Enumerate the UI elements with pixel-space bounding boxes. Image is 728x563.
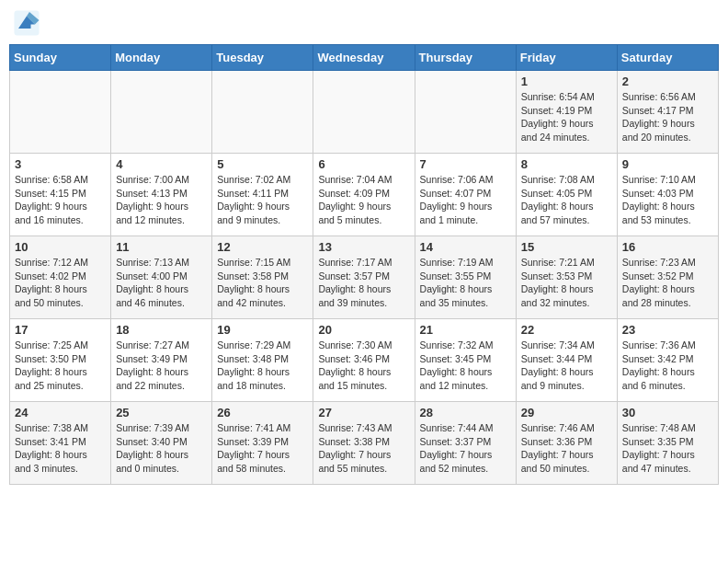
day-number: 16 bbox=[622, 240, 713, 254]
day-number: 1 bbox=[521, 75, 612, 88]
day-number: 19 bbox=[217, 323, 308, 337]
day-cell: 1Sunrise: 6:54 AM Sunset: 4:19 PM Daylig… bbox=[516, 71, 617, 154]
day-number: 15 bbox=[521, 240, 612, 254]
day-cell: 24Sunrise: 7:38 AM Sunset: 3:41 PM Dayli… bbox=[10, 402, 111, 485]
day-info: Sunrise: 7:34 AM Sunset: 3:44 PM Dayligh… bbox=[521, 339, 612, 393]
week-row-1: 1Sunrise: 6:54 AM Sunset: 4:19 PM Daylig… bbox=[10, 71, 719, 154]
day-info: Sunrise: 7:38 AM Sunset: 3:41 PM Dayligh… bbox=[15, 421, 106, 476]
day-cell: 25Sunrise: 7:39 AM Sunset: 3:40 PM Dayli… bbox=[111, 402, 212, 485]
logo-icon bbox=[13, 9, 40, 37]
day-cell: 7Sunrise: 7:06 AM Sunset: 4:07 PM Daylig… bbox=[415, 154, 516, 236]
day-number: 26 bbox=[217, 406, 308, 419]
day-cell: 26Sunrise: 7:41 AM Sunset: 3:39 PM Dayli… bbox=[212, 402, 313, 485]
day-cell: 20Sunrise: 7:30 AM Sunset: 3:46 PM Dayli… bbox=[313, 319, 415, 402]
day-number: 7 bbox=[420, 157, 511, 171]
day-number: 5 bbox=[217, 157, 308, 171]
day-info: Sunrise: 6:56 AM Sunset: 4:17 PM Dayligh… bbox=[622, 90, 713, 144]
day-number: 13 bbox=[318, 240, 409, 254]
day-cell: 3Sunrise: 6:58 AM Sunset: 4:15 PM Daylig… bbox=[10, 154, 111, 236]
day-number: 14 bbox=[420, 240, 511, 254]
day-info: Sunrise: 7:30 AM Sunset: 3:46 PM Dayligh… bbox=[318, 339, 409, 393]
week-row-2: 3Sunrise: 6:58 AM Sunset: 4:15 PM Daylig… bbox=[10, 154, 719, 236]
calendar-table: SundayMondayTuesdayWednesdayThursdayFrid… bbox=[9, 44, 719, 485]
day-cell: 4Sunrise: 7:00 AM Sunset: 4:13 PM Daylig… bbox=[111, 154, 212, 236]
weekday-header-row: SundayMondayTuesdayWednesdayThursdayFrid… bbox=[10, 45, 719, 71]
weekday-header-friday: Friday bbox=[516, 45, 617, 71]
day-info: Sunrise: 7:17 AM Sunset: 3:57 PM Dayligh… bbox=[318, 256, 409, 310]
day-number: 8 bbox=[521, 157, 612, 171]
day-info: Sunrise: 7:21 AM Sunset: 3:53 PM Dayligh… bbox=[521, 256, 612, 310]
day-number: 2 bbox=[622, 75, 713, 88]
day-info: Sunrise: 7:39 AM Sunset: 3:40 PM Dayligh… bbox=[116, 421, 207, 476]
day-info: Sunrise: 7:43 AM Sunset: 3:38 PM Dayligh… bbox=[318, 421, 409, 476]
day-number: 22 bbox=[521, 323, 612, 337]
day-cell: 13Sunrise: 7:17 AM Sunset: 3:57 PM Dayli… bbox=[313, 236, 415, 319]
day-info: Sunrise: 7:13 AM Sunset: 4:00 PM Dayligh… bbox=[116, 256, 207, 310]
day-info: Sunrise: 7:06 AM Sunset: 4:07 PM Dayligh… bbox=[420, 173, 511, 227]
day-info: Sunrise: 7:23 AM Sunset: 3:52 PM Dayligh… bbox=[622, 256, 713, 310]
header bbox=[9, 9, 719, 37]
day-info: Sunrise: 7:27 AM Sunset: 3:49 PM Dayligh… bbox=[116, 339, 207, 393]
day-number: 27 bbox=[318, 406, 409, 419]
day-number: 11 bbox=[116, 240, 207, 254]
day-cell: 29Sunrise: 7:46 AM Sunset: 3:36 PM Dayli… bbox=[516, 402, 617, 485]
day-number: 9 bbox=[622, 157, 713, 171]
day-number: 17 bbox=[15, 323, 106, 337]
day-number: 24 bbox=[15, 406, 106, 419]
day-cell: 30Sunrise: 7:48 AM Sunset: 3:35 PM Dayli… bbox=[617, 402, 718, 485]
day-cell: 28Sunrise: 7:44 AM Sunset: 3:37 PM Dayli… bbox=[415, 402, 516, 485]
day-info: Sunrise: 7:46 AM Sunset: 3:36 PM Dayligh… bbox=[521, 421, 612, 476]
day-cell: 23Sunrise: 7:36 AM Sunset: 3:42 PM Dayli… bbox=[617, 319, 718, 402]
day-cell: 10Sunrise: 7:12 AM Sunset: 4:02 PM Dayli… bbox=[10, 236, 111, 319]
day-number: 3 bbox=[15, 157, 106, 171]
day-cell: 15Sunrise: 7:21 AM Sunset: 3:53 PM Dayli… bbox=[516, 236, 617, 319]
day-cell bbox=[111, 71, 212, 154]
logo bbox=[13, 9, 46, 37]
day-info: Sunrise: 7:25 AM Sunset: 3:50 PM Dayligh… bbox=[15, 339, 106, 393]
weekday-header-tuesday: Tuesday bbox=[212, 45, 313, 71]
day-cell: 21Sunrise: 7:32 AM Sunset: 3:45 PM Dayli… bbox=[415, 319, 516, 402]
weekday-header-saturday: Saturday bbox=[617, 45, 718, 71]
day-cell: 18Sunrise: 7:27 AM Sunset: 3:49 PM Dayli… bbox=[111, 319, 212, 402]
day-number: 28 bbox=[420, 406, 511, 419]
day-cell bbox=[415, 71, 516, 154]
day-cell bbox=[313, 71, 415, 154]
week-row-3: 10Sunrise: 7:12 AM Sunset: 4:02 PM Dayli… bbox=[10, 236, 719, 319]
day-number: 21 bbox=[420, 323, 511, 337]
day-cell: 12Sunrise: 7:15 AM Sunset: 3:58 PM Dayli… bbox=[212, 236, 313, 319]
day-number: 6 bbox=[318, 157, 409, 171]
day-info: Sunrise: 7:29 AM Sunset: 3:48 PM Dayligh… bbox=[217, 339, 308, 393]
day-cell: 16Sunrise: 7:23 AM Sunset: 3:52 PM Dayli… bbox=[617, 236, 718, 319]
day-info: Sunrise: 7:32 AM Sunset: 3:45 PM Dayligh… bbox=[420, 339, 511, 393]
day-cell: 17Sunrise: 7:25 AM Sunset: 3:50 PM Dayli… bbox=[10, 319, 111, 402]
day-info: Sunrise: 7:48 AM Sunset: 3:35 PM Dayligh… bbox=[622, 421, 713, 476]
day-number: 18 bbox=[116, 323, 207, 337]
day-number: 12 bbox=[217, 240, 308, 254]
day-cell: 6Sunrise: 7:04 AM Sunset: 4:09 PM Daylig… bbox=[313, 154, 415, 236]
day-cell: 14Sunrise: 7:19 AM Sunset: 3:55 PM Dayli… bbox=[415, 236, 516, 319]
day-cell bbox=[10, 71, 111, 154]
weekday-header-thursday: Thursday bbox=[415, 45, 516, 71]
day-info: Sunrise: 7:12 AM Sunset: 4:02 PM Dayligh… bbox=[15, 256, 106, 310]
day-cell: 19Sunrise: 7:29 AM Sunset: 3:48 PM Dayli… bbox=[212, 319, 313, 402]
day-cell bbox=[212, 71, 313, 154]
week-row-4: 17Sunrise: 7:25 AM Sunset: 3:50 PM Dayli… bbox=[10, 319, 719, 402]
day-cell: 8Sunrise: 7:08 AM Sunset: 4:05 PM Daylig… bbox=[516, 154, 617, 236]
weekday-header-monday: Monday bbox=[111, 45, 212, 71]
day-info: Sunrise: 7:02 AM Sunset: 4:11 PM Dayligh… bbox=[217, 173, 308, 227]
day-cell: 2Sunrise: 6:56 AM Sunset: 4:17 PM Daylig… bbox=[617, 71, 718, 154]
day-info: Sunrise: 7:36 AM Sunset: 3:42 PM Dayligh… bbox=[622, 339, 713, 393]
day-info: Sunrise: 7:41 AM Sunset: 3:39 PM Dayligh… bbox=[217, 421, 308, 476]
day-info: Sunrise: 6:54 AM Sunset: 4:19 PM Dayligh… bbox=[521, 90, 612, 144]
day-info: Sunrise: 7:00 AM Sunset: 4:13 PM Dayligh… bbox=[116, 173, 207, 227]
day-number: 29 bbox=[521, 406, 612, 419]
day-cell: 22Sunrise: 7:34 AM Sunset: 3:44 PM Dayli… bbox=[516, 319, 617, 402]
day-cell: 5Sunrise: 7:02 AM Sunset: 4:11 PM Daylig… bbox=[212, 154, 313, 236]
weekday-header-sunday: Sunday bbox=[10, 45, 111, 71]
day-cell: 27Sunrise: 7:43 AM Sunset: 3:38 PM Dayli… bbox=[313, 402, 415, 485]
week-row-5: 24Sunrise: 7:38 AM Sunset: 3:41 PM Dayli… bbox=[10, 402, 719, 485]
day-info: Sunrise: 7:04 AM Sunset: 4:09 PM Dayligh… bbox=[318, 173, 409, 227]
day-cell: 9Sunrise: 7:10 AM Sunset: 4:03 PM Daylig… bbox=[617, 154, 718, 236]
weekday-header-wednesday: Wednesday bbox=[313, 45, 415, 71]
day-number: 23 bbox=[622, 323, 713, 337]
